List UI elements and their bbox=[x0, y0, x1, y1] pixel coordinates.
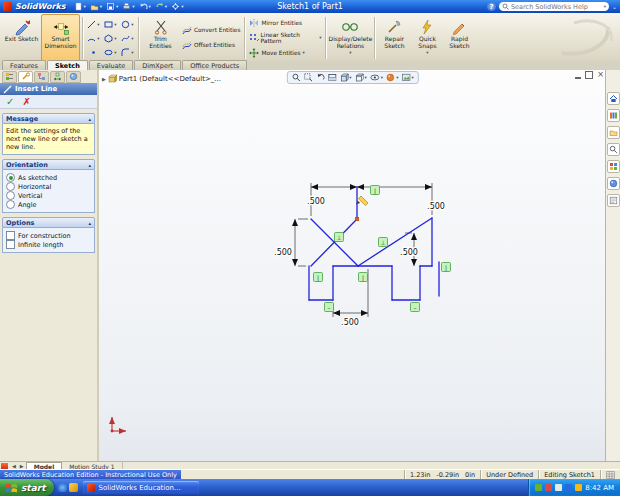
propertymanager-tab[interactable] bbox=[18, 71, 33, 83]
tray-icon[interactable] bbox=[565, 484, 572, 491]
relation-badge[interactable]: | bbox=[314, 273, 323, 282]
cancel-button[interactable]: ✗ bbox=[22, 97, 30, 107]
open-button[interactable]: ▾ bbox=[89, 2, 103, 11]
tray-icon[interactable] bbox=[535, 484, 542, 491]
close-icon[interactable]: × bbox=[597, 71, 604, 79]
print-button[interactable]: ▾ bbox=[121, 2, 135, 11]
checkbox-infinite-length[interactable]: Infinite length bbox=[6, 240, 91, 249]
quick-launch-icon[interactable] bbox=[69, 483, 78, 492]
radio-icon[interactable] bbox=[6, 200, 15, 209]
radio-horizontal[interactable]: Horizontal bbox=[6, 182, 91, 191]
search-box[interactable]: ▾ bbox=[499, 2, 609, 11]
relation-badge[interactable]: | bbox=[359, 273, 368, 282]
point-tool-button[interactable] bbox=[85, 45, 102, 59]
line-tool-button[interactable]: ▾ bbox=[85, 17, 102, 31]
help-icon[interactable]: ? bbox=[487, 2, 496, 11]
dimxpertmanager-tab[interactable] bbox=[50, 71, 65, 83]
orientation-section-header[interactable]: Orientation ▴ bbox=[2, 159, 95, 170]
save-button[interactable]: ▾ bbox=[105, 2, 119, 11]
tab-dimxpert[interactable]: DimXpert bbox=[134, 60, 181, 70]
dimension-value[interactable]: .500 bbox=[427, 202, 445, 211]
apply-scene-button[interactable]: ▾ bbox=[401, 73, 413, 82]
tray-icon[interactable] bbox=[545, 484, 552, 491]
convert-entities-button[interactable]: Convert Entities bbox=[180, 24, 242, 38]
dimension-top-left[interactable]: .500 bbox=[307, 183, 357, 216]
solidworks-resources-button[interactable] bbox=[607, 92, 620, 105]
tab-office-products[interactable]: Office Products bbox=[182, 60, 247, 70]
offset-entities-button[interactable]: Offset Entities bbox=[180, 39, 242, 53]
design-library-button[interactable] bbox=[607, 109, 620, 122]
relation-badge[interactable]: | bbox=[371, 186, 380, 195]
view-orientation-button[interactable]: ▾ bbox=[339, 73, 351, 82]
quick-launch-icon[interactable] bbox=[58, 483, 67, 492]
search-dropdown-icon[interactable]: ▾ bbox=[604, 4, 606, 9]
arc-tool-button[interactable]: ▾ bbox=[85, 31, 102, 45]
rectangle-tool-button[interactable]: ▾ bbox=[102, 17, 119, 31]
dimension-mid-right[interactable]: .500 bbox=[400, 233, 418, 266]
file-explorer-button[interactable] bbox=[607, 126, 620, 139]
sketch-fillet-button[interactable]: ▾ bbox=[119, 45, 136, 59]
options-button[interactable]: ▾ bbox=[170, 2, 184, 11]
trim-entities-button[interactable]: Trim Entities bbox=[141, 14, 180, 62]
dimension-value[interactable]: .500 bbox=[307, 197, 325, 206]
tab-evaluate[interactable]: Evaluate bbox=[89, 60, 133, 70]
radio-vertical[interactable]: Vertical bbox=[6, 191, 91, 200]
minimize-icon[interactable] bbox=[575, 77, 581, 79]
display-style-button[interactable]: ▾ bbox=[355, 73, 367, 82]
move-entities-button[interactable]: Move Entities ▾ bbox=[247, 46, 323, 60]
tab-features[interactable]: Features bbox=[2, 60, 46, 70]
message-section-header[interactable]: Message ▴ bbox=[2, 113, 95, 124]
dimension-value[interactable]: .500 bbox=[274, 248, 292, 257]
options-section-header[interactable]: Options ▴ bbox=[2, 217, 95, 228]
dimension-value[interactable]: .500 bbox=[341, 318, 359, 327]
checkbox-icon[interactable] bbox=[6, 231, 15, 240]
tree-expand-icon[interactable]: ▶ bbox=[102, 76, 106, 82]
quick-snaps-button[interactable]: Quick Snaps ▾ bbox=[411, 14, 443, 62]
edit-appearance-button[interactable]: ▾ bbox=[386, 73, 398, 82]
hide-show-items-button[interactable]: ▾ bbox=[370, 73, 383, 82]
sketch-canvas[interactable]: .500 .500 .500 .500 bbox=[99, 70, 606, 461]
graphics-area[interactable]: .500 .500 .500 .500 bbox=[99, 70, 606, 461]
appearances-button[interactable] bbox=[607, 177, 620, 190]
dimension-value[interactable]: .500 bbox=[400, 248, 418, 257]
toolbar-expand-icon[interactable]: ⌄ bbox=[612, 3, 617, 10]
tab-sketch[interactable]: Sketch bbox=[47, 60, 88, 70]
configurationmanager-tab[interactable] bbox=[34, 71, 49, 83]
radio-icon[interactable] bbox=[6, 173, 15, 182]
zoom-area-button[interactable] bbox=[303, 73, 312, 82]
new-button[interactable]: ▾ bbox=[73, 2, 87, 11]
active-endpoint-marker[interactable] bbox=[355, 217, 359, 221]
circle-tool-button[interactable]: ▾ bbox=[119, 17, 136, 31]
taskbar-item-solidworks[interactable]: SolidWorks Education... bbox=[83, 481, 199, 494]
start-button[interactable]: start bbox=[0, 479, 54, 496]
sketch-origin[interactable] bbox=[111, 417, 126, 432]
mirror-entities-button[interactable]: Mirror Entities bbox=[247, 16, 323, 30]
search-pane-button[interactable] bbox=[607, 143, 620, 156]
flyout-fe[interactable]: ▶ Part1 (Default<<Default>_... bbox=[102, 74, 221, 83]
search-input[interactable] bbox=[511, 3, 602, 11]
section-view-button[interactable] bbox=[327, 73, 336, 82]
polygon-tool-button[interactable]: ▾ bbox=[102, 31, 119, 45]
rebuild-button[interactable]: ▾ bbox=[154, 2, 168, 11]
exit-sketch-button[interactable]: Exit Sketch bbox=[2, 14, 41, 62]
spline-tool-button[interactable]: ▾ bbox=[119, 31, 136, 45]
relation-badge[interactable]: – bbox=[411, 303, 420, 312]
ok-button[interactable]: ✓ bbox=[6, 97, 14, 107]
custom-properties-button[interactable] bbox=[607, 194, 620, 207]
radio-as-sketched[interactable]: As sketched bbox=[6, 173, 91, 182]
radio-icon[interactable] bbox=[6, 182, 15, 191]
part-tree-root[interactable]: Part1 (Default<<Default>_... bbox=[119, 75, 221, 83]
dimension-mid-left[interactable]: .500 bbox=[274, 219, 308, 266]
repair-sketch-button[interactable]: Repair Sketch bbox=[377, 14, 411, 62]
zoom-fit-button[interactable] bbox=[291, 73, 300, 82]
smart-dimension-button[interactable]: Smart Dimension bbox=[41, 14, 80, 62]
restore-icon[interactable] bbox=[585, 71, 593, 79]
tray-icon[interactable] bbox=[555, 484, 562, 491]
relation-badge[interactable]: ⊥ bbox=[335, 233, 344, 242]
ellipse-tool-button[interactable]: ▾ bbox=[102, 45, 119, 59]
checkbox-for-construction[interactable]: For construction bbox=[6, 231, 91, 240]
previous-view-button[interactable] bbox=[315, 73, 324, 82]
radio-icon[interactable] bbox=[6, 191, 15, 200]
relation-badge[interactable]: | bbox=[442, 263, 451, 272]
sketch-geometry[interactable] bbox=[309, 187, 439, 300]
